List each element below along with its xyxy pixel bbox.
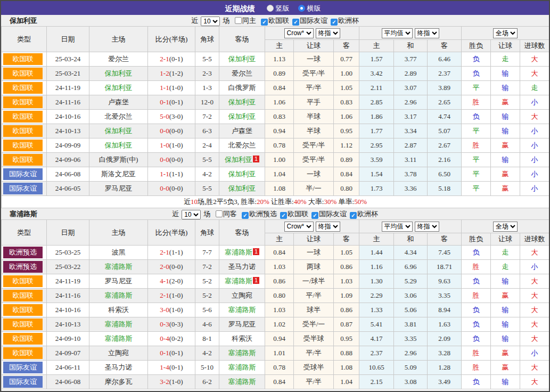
competition-checkbox[interactable]: ✓欧洲杯 — [331, 17, 359, 24]
average-odds-cell: 3.89 — [428, 81, 462, 95]
date-cell: 24-10-13 — [47, 124, 89, 138]
titlebar-radio-0[interactable]: 竖版 — [267, 3, 290, 12]
checkbox-icon[interactable]: ✓ — [350, 212, 357, 219]
final-odds-select[interactable]: 终指 — [316, 222, 340, 232]
games-count-select[interactable]: 10 — [201, 17, 220, 26]
handicap-odds-cell: 半球 — [294, 110, 334, 124]
halftime-score: (1-1) — [169, 248, 183, 256]
handicap-odds-cell: 0.77 — [334, 52, 359, 67]
outcome-cell: 走 — [520, 81, 549, 95]
checkbox-icon[interactable]: ✓ — [280, 212, 287, 219]
average-odds-cell: 1.57 — [359, 52, 394, 67]
average-odds-cell: 7.45 — [428, 246, 462, 260]
average-odds-cell: 3.17 — [394, 110, 428, 124]
competition-label: 欧洲杯 — [338, 17, 359, 24]
away-team-cell: 塞浦路斯1 — [219, 274, 265, 289]
average-odds-cell: 2.09 — [428, 332, 462, 346]
checkbox-icon[interactable]: ✓ — [242, 212, 249, 219]
fulltime-select[interactable]: 全场 — [493, 28, 518, 38]
competition-checkbox[interactable]: ✓国际友谊 — [311, 210, 347, 218]
competition-checkbox[interactable]: ✓欧国联 — [261, 17, 289, 24]
competition-label: 国际友谊 — [319, 210, 347, 218]
fulltime-select[interactable]: 全场 — [493, 222, 518, 232]
team-name: 保加利亚 — [10, 15, 37, 26]
match-team-name: 保加利亚 — [105, 127, 133, 135]
corners-cell: 5-2 — [195, 289, 219, 303]
competition-checkbox[interactable]: ✓欧洲预选 — [242, 210, 277, 218]
match-team-name: 塞浦路斯 — [105, 263, 133, 271]
team-cell-content: 斯洛文尼亚 — [101, 170, 136, 178]
final-odds-select-2[interactable]: 终指 — [415, 28, 439, 38]
titlebar-radio-1[interactable]: 横版 — [298, 3, 321, 12]
match-row: 国际友谊24-06-08摩尔多瓦3-2(1-0)6-2塞浦路斯0.84平/半1.… — [2, 375, 549, 389]
outcome-cell: 小 — [520, 260, 549, 274]
league-type-cell: 欧国联 — [2, 124, 47, 138]
result-sub-winloss: 胜负 — [462, 40, 491, 52]
league-type-badge: 欧国联 — [3, 68, 43, 79]
home-team-cell: 波黑 — [89, 246, 148, 260]
average-odds-cell: 3.78 — [394, 167, 428, 182]
handicap-odds-cell: 1.01 — [265, 346, 294, 361]
checkbox-icon[interactable]: ✓ — [261, 19, 268, 26]
results-table: 类型 日期 主场 比分(半场) 角球 客场 Crow*终指 平均值终指 全场 — [1, 26, 549, 208]
competition-checkbox[interactable]: ✓国际友谊 — [292, 17, 327, 24]
final-odds-select-2[interactable]: 终指 — [415, 222, 439, 232]
final-odds-select[interactable]: 终指 — [316, 28, 340, 38]
average-select[interactable]: 平均值 — [382, 28, 413, 38]
checkbox-icon[interactable] — [235, 17, 242, 24]
halftime-score: (1-0) — [169, 378, 183, 386]
league-type-cell: 欧国联 — [2, 67, 47, 81]
team-cell-content: 卢森堡 — [108, 98, 129, 106]
handicap-odds-cell: 0.78 — [265, 361, 294, 375]
handicap-odds-cell: 0.95 — [334, 124, 359, 138]
filter-controls: 近 10 场 同主 ✓欧国联✓国际友谊✓欧洲杯 — [191, 17, 359, 24]
fulltime-score: 0-3 — [160, 320, 169, 328]
same-venue-checkbox[interactable]: 同主 — [235, 17, 256, 24]
match-team-name: 爱尔兰 — [232, 69, 252, 77]
match-team-name: 科索沃 — [232, 334, 252, 342]
match-row: 欧国联24-10-16科索沃3-0(1-0)5-6塞浦路斯1.03球半0.861… — [2, 303, 549, 317]
match-team-name: 北爱尔兰 — [228, 141, 256, 149]
handicap-odds-cell: 1.06 — [265, 95, 294, 110]
match-team-name: 立陶宛 — [108, 349, 129, 357]
score-cell: 2-1(1-0) — [148, 289, 195, 303]
games-count-select[interactable]: 10 — [182, 210, 201, 219]
average-select[interactable]: 平均值 — [382, 222, 413, 232]
competition-checkbox[interactable]: ✓欧国联 — [280, 210, 308, 218]
average-odds-cell: 2.29 — [359, 289, 394, 303]
match-team-name: 爱尔兰 — [108, 55, 129, 63]
same-venue-label: 同客 — [223, 210, 237, 218]
checkbox-icon[interactable]: ✓ — [292, 19, 299, 26]
outcome-cell: 输 — [491, 153, 520, 167]
home-team-cell: 罗马尼亚 — [89, 274, 148, 289]
same-venue-checkbox[interactable]: 同客 — [216, 210, 237, 218]
average-odds-cell: 3.28 — [428, 346, 462, 361]
average-odds-cell: 2.89 — [394, 67, 428, 81]
col-corners: 角球 — [195, 27, 219, 52]
radio-icon[interactable] — [267, 5, 274, 12]
checkbox-icon[interactable] — [216, 210, 223, 217]
average-odds-cell: 2.37 — [428, 67, 462, 81]
competition-checkbox[interactable]: ✓欧洲杯 — [350, 210, 378, 218]
halftime-score: (1-0) — [169, 291, 183, 299]
games-label: 场 — [204, 210, 211, 218]
section-cyprus: 塞浦路斯 近 10 场 同客 ✓欧洲预选✓欧国联✓国际友谊✓欧洲杯 类型 日期 — [1, 208, 549, 392]
page-title: 近期战绩 — [225, 4, 255, 13]
score-cell: 1-1(1-0) — [148, 81, 195, 95]
match-team-name: 保加利亚 — [228, 98, 256, 106]
result-sub-winloss: 胜负 — [462, 233, 491, 246]
halftime-score: (0-2) — [169, 334, 183, 342]
match-team-name: 保加利亚 — [228, 170, 256, 178]
checkbox-icon[interactable]: ✓ — [331, 19, 338, 26]
team-cell-content: 保加利亚 — [228, 55, 256, 63]
score-cell: 3-0(1-0) — [148, 303, 195, 317]
checkbox-icon[interactable]: ✓ — [311, 212, 318, 219]
team-cell-content: 塞浦路斯 — [105, 334, 133, 342]
bookmaker-select[interactable]: Crow* — [284, 222, 314, 232]
bookmaker-select[interactable]: Crow* — [284, 28, 314, 38]
radio-icon[interactable] — [298, 5, 305, 12]
average-odds-cell: 9.63 — [428, 274, 462, 289]
away-team-cell: 卢森堡 — [219, 124, 265, 138]
league-type-cell: 欧国联 — [2, 138, 47, 153]
team-cell-content: 塞浦路斯 — [228, 363, 256, 371]
